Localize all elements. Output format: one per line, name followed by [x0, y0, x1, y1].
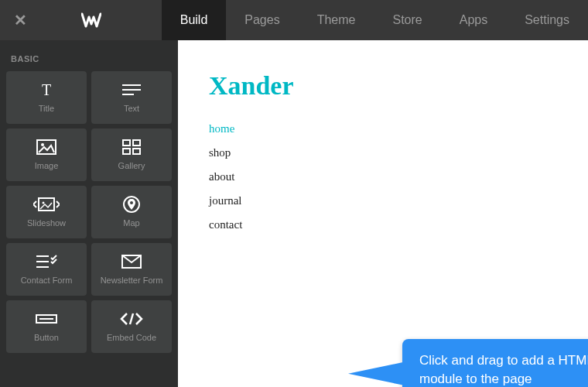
topbar-nav: Build Pages Theme Store Apps Settings — [162, 0, 588, 40]
site-nav-about[interactable]: about — [209, 170, 557, 183]
tile-label: Button — [34, 333, 59, 343]
slideshow-icon — [31, 195, 62, 214]
svg-rect-19 — [39, 318, 53, 320]
tab-theme[interactable]: Theme — [299, 0, 374, 40]
sidebar: BASIC T Title Text Image — [0, 40, 178, 387]
tile-title[interactable]: T Title — [6, 71, 87, 124]
tile-label: Newsletter Form — [101, 276, 163, 286]
tile-gallery[interactable]: Gallery — [91, 128, 172, 181]
tab-pages[interactable]: Pages — [226, 0, 298, 40]
tile-button[interactable]: Button — [6, 300, 87, 353]
tutorial-callout: Click and drag to add a HTML module to t… — [402, 339, 588, 387]
tile-label: Text — [124, 104, 139, 114]
sidebar-section-label: BASIC — [6, 48, 172, 71]
gallery-icon — [116, 138, 147, 156]
title-icon: T — [31, 80, 62, 99]
close-icon[interactable]: ✕ — [14, 11, 27, 29]
tile-label: Title — [39, 104, 54, 114]
tile-newsletter-form[interactable]: Newsletter Form — [91, 243, 172, 296]
svg-point-13 — [130, 201, 133, 204]
tile-label: Map — [123, 218, 139, 228]
tab-apps[interactable]: Apps — [441, 0, 506, 40]
tile-image[interactable]: Image — [6, 128, 87, 181]
tile-contact-form[interactable]: Contact Form — [6, 243, 87, 296]
site-nav-contact[interactable]: contact — [209, 218, 557, 231]
tile-label: Slideshow — [27, 218, 66, 228]
site-nav-journal[interactable]: journal — [209, 194, 557, 207]
site-nav-home[interactable]: home — [209, 122, 557, 135]
weebly-logo-icon — [81, 12, 101, 28]
tab-settings[interactable]: Settings — [506, 0, 588, 40]
image-icon — [31, 138, 62, 156]
svg-rect-6 — [123, 140, 130, 146]
svg-rect-9 — [133, 149, 140, 154]
tile-label: Embed Code — [107, 333, 156, 343]
contact-form-icon — [31, 252, 62, 271]
tile-text[interactable]: Text — [91, 71, 172, 124]
svg-rect-7 — [133, 140, 140, 146]
text-icon — [116, 80, 147, 99]
tile-map[interactable]: Map — [91, 186, 172, 238]
tab-build[interactable]: Build — [162, 0, 227, 40]
tile-label: Image — [35, 161, 59, 171]
svg-rect-8 — [123, 149, 130, 154]
svg-point-11 — [43, 202, 45, 204]
tile-label: Gallery — [118, 161, 145, 171]
topbar-left: ✕ — [0, 11, 162, 29]
tile-slideshow[interactable]: Slideshow — [6, 186, 87, 238]
main: BASIC T Title Text Image — [0, 40, 588, 387]
svg-point-5 — [41, 143, 44, 146]
topbar: ✕ Build Pages Theme Store Apps Settings — [0, 0, 588, 40]
site-nav-shop[interactable]: shop — [209, 146, 557, 159]
svg-text:T: T — [42, 81, 51, 98]
canvas[interactable]: Xander home shop about journal contact C… — [178, 40, 588, 387]
button-icon — [31, 310, 62, 328]
tile-embed-code[interactable]: Embed Code — [91, 300, 172, 353]
embed-code-icon — [116, 310, 147, 328]
newsletter-icon — [116, 252, 147, 271]
map-icon — [116, 195, 147, 214]
site-nav: home shop about journal contact — [209, 122, 557, 231]
tab-store[interactable]: Store — [374, 0, 440, 40]
tiles-grid: T Title Text Image Gallery — [6, 71, 172, 353]
site-title[interactable]: Xander — [209, 71, 557, 101]
tile-label: Contact Form — [21, 276, 73, 286]
svg-line-20 — [130, 313, 133, 324]
